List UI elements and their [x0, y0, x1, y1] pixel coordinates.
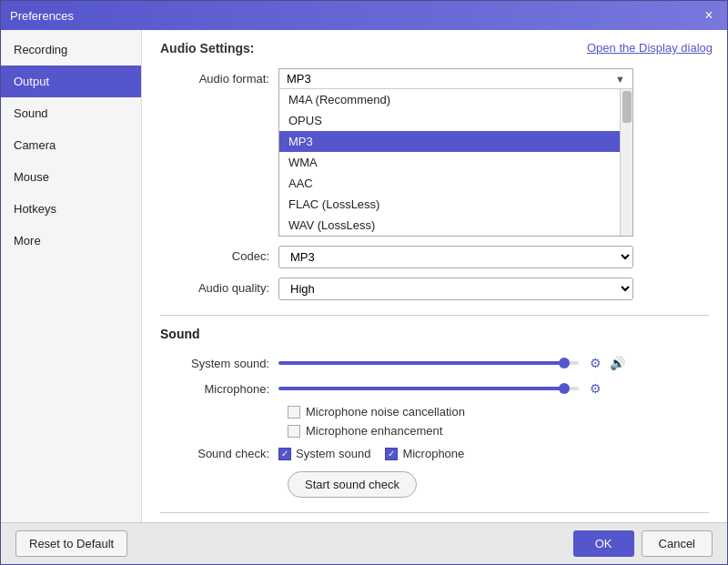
sidebar-item-more[interactable]: More: [1, 225, 141, 257]
audio-quality-row: Audio quality: High: [160, 277, 709, 300]
microphone-fill: [278, 387, 564, 390]
window-title: Preferences: [10, 9, 74, 23]
codec-select[interactable]: MP3: [278, 246, 633, 268]
bottom-left: Reset to Default: [15, 530, 127, 557]
sidebar: Recording Output Sound Camera Mouse Hotk…: [1, 30, 142, 522]
option-flac[interactable]: FLAC (LossLess): [279, 194, 632, 215]
microphone-label: Microphone:: [160, 382, 278, 396]
microphone-gear-icon[interactable]: ⚙: [586, 379, 604, 398]
option-aac[interactable]: AAC: [279, 173, 632, 194]
microphone-enhance-checkbox[interactable]: [288, 425, 300, 438]
sidebar-item-camera[interactable]: Camera: [1, 129, 141, 161]
option-wma[interactable]: WMA: [279, 152, 632, 173]
option-opus[interactable]: OPUS: [279, 110, 632, 131]
codec-row: Codec: MP3: [160, 246, 709, 268]
microphone-slider-track: [278, 387, 579, 390]
audio-format-dropdown[interactable]: MP3 ▼ M4A (Recommend) OPUS MP3 WMA AAC: [278, 68, 633, 237]
microphone-enhance-label: Microphone enhancement: [306, 424, 442, 438]
dropdown-scrollbar[interactable]: [620, 89, 632, 236]
codec-dropdown[interactable]: MP3: [278, 246, 633, 268]
system-sound-gear-icon[interactable]: ⚙: [586, 354, 604, 372]
bottom-bar: Reset to Default OK Cancel: [1, 522, 727, 564]
option-wav[interactable]: WAV (LossLess): [279, 215, 632, 236]
dropdown-arrow-icon: ▼: [615, 74, 625, 85]
system-sound-check-label: System sound: [296, 447, 370, 460]
sound-check-label: Sound check:: [160, 447, 278, 460]
system-sound-speaker-icon[interactable]: 🔊: [608, 354, 626, 372]
audio-quality-select[interactable]: High: [278, 277, 633, 300]
sound-section-heading: Sound: [160, 327, 709, 341]
microphone-enhance-row: Microphone enhancement: [288, 424, 709, 438]
system-sound-thumb[interactable]: [559, 358, 570, 368]
start-sound-check-button[interactable]: Start sound check: [288, 471, 417, 498]
preferences-window: Preferences × Recording Output Sound Cam…: [0, 0, 728, 565]
system-sound-icons: ⚙ 🔊: [586, 354, 626, 372]
system-sound-row: System sound: ⚙ 🔊: [160, 354, 709, 372]
system-sound-fill: [278, 361, 564, 365]
audio-quality-dropdown[interactable]: High: [278, 277, 633, 300]
system-sound-label: System sound:: [160, 357, 278, 370]
sidebar-item-output[interactable]: Output: [1, 66, 141, 97]
title-bar: Preferences ×: [1, 1, 727, 30]
noise-cancellation-label: Microphone noise cancellation: [306, 405, 465, 419]
cancel-button[interactable]: Cancel: [642, 530, 713, 557]
sidebar-item-recording[interactable]: Recording: [1, 34, 141, 66]
scrollbar-thumb: [622, 91, 632, 123]
sound-divider: [160, 315, 709, 316]
codec-label: Codec:: [160, 246, 278, 263]
system-sound-slider-track: [278, 361, 579, 365]
option-mp3[interactable]: MP3: [279, 131, 632, 152]
microphone-icons: ⚙: [586, 379, 604, 398]
open-display-link[interactable]: Open the Display dialog: [587, 41, 713, 55]
camera-divider: [160, 512, 709, 513]
microphone-thumb[interactable]: [559, 383, 570, 394]
audio-format-label: Audio format:: [160, 68, 278, 86]
audio-format-row: Audio format: MP3 ▼ M4A (Recommend) OPUS: [160, 68, 709, 237]
audio-quality-label: Audio quality:: [160, 277, 278, 295]
start-sound-check-container: Start sound check: [288, 471, 709, 498]
audio-format-selected: MP3: [287, 72, 311, 86]
close-button[interactable]: ×: [700, 6, 718, 25]
sound-check-mic-option[interactable]: Microphone: [385, 447, 464, 460]
sidebar-item-hotkeys[interactable]: Hotkeys: [1, 193, 141, 225]
noise-cancellation-checkbox[interactable]: [288, 406, 300, 419]
noise-cancellation-row: Microphone noise cancellation: [288, 405, 709, 419]
audio-format-options-list: M4A (Recommend) OPUS MP3 WMA AAC FLAC (L…: [278, 89, 633, 237]
ok-button[interactable]: OK: [573, 530, 634, 557]
microphone-check-label: Microphone: [402, 447, 464, 460]
sidebar-item-mouse[interactable]: Mouse: [1, 161, 141, 193]
sound-check-system-option[interactable]: System sound: [278, 447, 370, 460]
sound-check-row: Sound check: System sound Microphone: [160, 447, 709, 460]
content-area: Open the Display dialog Audio Settings: …: [142, 30, 727, 522]
system-sound-check-checkbox[interactable]: [278, 448, 291, 460]
bottom-right: OK Cancel: [573, 530, 713, 557]
reset-button[interactable]: Reset to Default: [15, 530, 127, 557]
audio-settings-section: Audio Settings: Audio format: MP3 ▼: [160, 41, 709, 300]
microphone-row: Microphone: ⚙: [160, 379, 709, 398]
microphone-check-checkbox[interactable]: [385, 448, 398, 460]
main-content: Recording Output Sound Camera Mouse Hotk…: [1, 30, 727, 522]
sidebar-item-sound[interactable]: Sound: [1, 97, 141, 129]
option-m4a[interactable]: M4A (Recommend): [279, 89, 632, 110]
